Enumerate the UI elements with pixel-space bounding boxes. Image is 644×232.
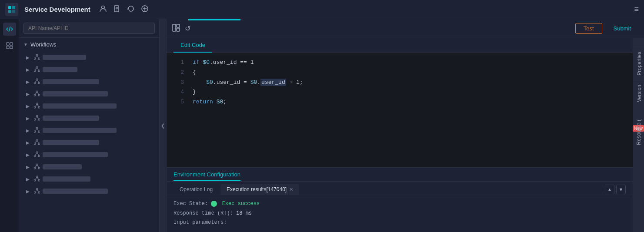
svg-line-76: [37, 190, 39, 192]
svg-point-19: [38, 58, 40, 60]
workflows-header[interactable]: ▼ Workflows: [19, 38, 159, 51]
svg-point-38: [34, 106, 36, 108]
expand-arrow-icon: ▶: [26, 189, 31, 194]
list-item[interactable]: ▶: [19, 63, 159, 76]
svg-point-32: [36, 91, 38, 93]
list-item[interactable]: ▶: [19, 124, 159, 136]
tab-edit-code[interactable]: Edit Code: [174, 38, 212, 53]
workflows-label: Workflows: [30, 41, 57, 48]
list-item[interactable]: ▶: [19, 76, 159, 88]
right-sidebar: Properties Version New Resource (: [633, 38, 644, 232]
bottom-tab-actions: ▲ ▼: [605, 185, 626, 194]
input-params-label: Input parameters:: [174, 219, 227, 225]
svg-rect-3: [12, 10, 15, 13]
svg-point-74: [38, 192, 40, 193]
test-button[interactable]: Test: [575, 23, 602, 34]
svg-point-73: [34, 192, 36, 193]
sidebar-icon-code[interactable]: [3, 23, 16, 36]
tab-version[interactable]: Version: [633, 80, 644, 106]
node-icon: [34, 78, 40, 86]
tab-properties[interactable]: Properties: [633, 47, 644, 80]
close-tab-icon[interactable]: ✕: [289, 187, 293, 192]
svg-rect-77: [173, 24, 176, 31]
svg-point-62: [36, 164, 38, 166]
code-editor[interactable]: 1 if $0.user_id == 1 2 { 3 $0.user_id = …: [167, 53, 633, 167]
collapse-up-button[interactable]: ▲: [605, 185, 614, 194]
refresh-icon[interactable]: [127, 5, 135, 14]
svg-line-41: [37, 105, 39, 106]
document-icon[interactable]: [113, 5, 121, 14]
node-icon: [34, 54, 40, 61]
svg-line-20: [35, 56, 37, 58]
svg-line-26: [37, 68, 39, 70]
svg-point-54: [38, 143, 40, 145]
submit-button[interactable]: Submit: [606, 23, 639, 33]
svg-point-33: [34, 94, 36, 96]
app-logo: [5, 3, 18, 16]
user-icon[interactable]: [99, 5, 107, 14]
execution-results-content: Exec State: Exec success Response time (…: [167, 195, 633, 232]
list-item[interactable]: ▶: [19, 136, 159, 149]
tab-resource[interactable]: Resource (: [634, 115, 644, 149]
svg-rect-2: [8, 10, 11, 13]
code-line-3: 3 $0.user_id = $0.user_id + 1;: [167, 78, 633, 88]
item-label: [43, 176, 90, 182]
plus-circle-icon[interactable]: [141, 5, 149, 14]
list-item[interactable]: ▶: [19, 161, 159, 173]
node-icon: [34, 90, 40, 98]
item-label: [43, 67, 77, 72]
svg-point-22: [36, 66, 38, 68]
svg-point-53: [34, 143, 36, 145]
svg-line-70: [35, 178, 37, 179]
svg-point-63: [34, 167, 36, 169]
svg-line-51: [37, 129, 39, 131]
code-line-1: 1 if $0.user_id == 1: [167, 58, 633, 68]
refresh-icon[interactable]: ↺: [185, 24, 190, 33]
svg-rect-14: [10, 43, 13, 45]
svg-point-43: [34, 119, 36, 120]
item-label: [43, 55, 86, 60]
svg-point-42: [36, 115, 38, 117]
expand-arrow-icon: ▶: [26, 177, 31, 182]
env-config-bar: Environment Configuration: [167, 168, 633, 182]
svg-point-23: [34, 70, 36, 72]
svg-point-24: [38, 70, 40, 72]
response-time-row: Response time (RT): 18 ms: [174, 209, 626, 219]
svg-line-66: [37, 166, 39, 167]
svg-point-44: [38, 119, 40, 120]
topbar: Service Development: [0, 0, 644, 19]
tab-operation-log[interactable]: Operation Log: [174, 184, 219, 195]
list-item[interactable]: ▶: [19, 173, 159, 185]
svg-line-61: [37, 153, 39, 155]
expand-arrow-icon: ▶: [26, 152, 31, 157]
item-label: [43, 164, 82, 169]
list-item[interactable]: ▶: [19, 112, 159, 124]
sidebar-icon-grid[interactable]: [3, 39, 16, 52]
list-item[interactable]: ▶: [19, 51, 159, 63]
node-icon: [34, 163, 40, 171]
svg-line-46: [37, 117, 39, 119]
sidebar-left-strip: [0, 19, 19, 232]
tab-env-config[interactable]: Environment Configuration: [174, 171, 240, 181]
list-item[interactable]: ▶: [19, 149, 159, 161]
sidebar-collapse-handle[interactable]: ❮: [159, 19, 166, 232]
node-icon: [34, 66, 40, 73]
svg-point-49: [38, 131, 40, 133]
node-icon: [34, 188, 40, 195]
collapse-down-button[interactable]: ▼: [616, 185, 626, 194]
svg-line-60: [35, 153, 37, 155]
hamburger-menu-icon[interactable]: ≡: [634, 5, 639, 14]
bottom-tabs: Operation Log Execution results[147040] …: [167, 182, 633, 195]
search-input[interactable]: [23, 23, 155, 34]
tab-execution-results[interactable]: Execution results[147040] ✕: [220, 184, 299, 195]
list-item[interactable]: ▶: [19, 100, 159, 112]
svg-point-72: [36, 188, 38, 190]
search-bar: [19, 19, 159, 38]
svg-point-47: [36, 127, 38, 129]
svg-rect-16: [10, 46, 13, 49]
list-item[interactable]: ▶: [19, 88, 159, 100]
expand-arrow-icon: ▶: [26, 128, 31, 133]
layout-icon[interactable]: [172, 23, 180, 33]
svg-line-36: [37, 93, 39, 94]
list-item[interactable]: ▶: [19, 185, 159, 197]
